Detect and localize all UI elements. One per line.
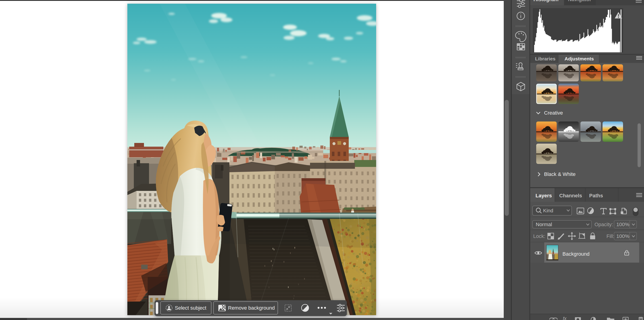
svg-text:fx: fx [563,317,567,320]
